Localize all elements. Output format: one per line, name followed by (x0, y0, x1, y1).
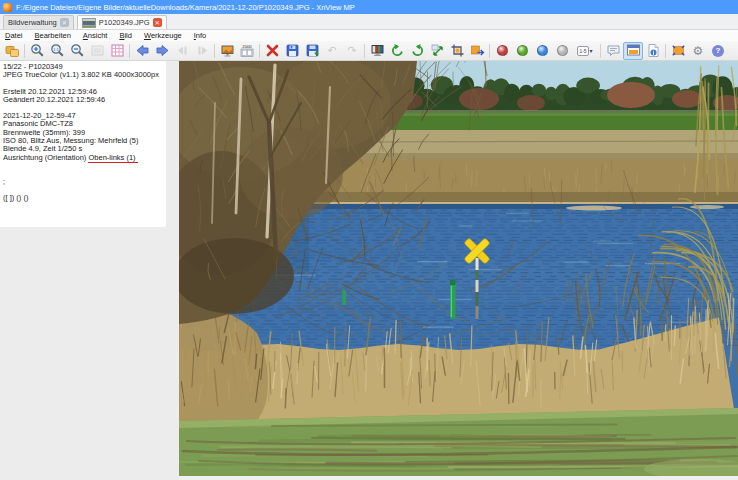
crop-button[interactable] (447, 42, 467, 60)
orientation-label: Ausrichtung (Orientation) (3, 153, 88, 162)
main-area: 15/22 - P1020349 JPEG TrueColor (v1.1) 3… (0, 61, 738, 480)
crop-icon (450, 43, 465, 58)
save-as-icon (305, 43, 320, 58)
window-title: F:/Eigene Dateien/Eigene Bilder/aktuelle… (16, 3, 355, 12)
slideshow-button[interactable] (217, 42, 237, 60)
resize-icon (430, 43, 445, 58)
help-button[interactable]: ? (708, 42, 728, 60)
rotate-left-icon (390, 43, 405, 58)
info-format: JPEG TrueColor (v1.1) 3.802 KB 4000x3000… (3, 71, 163, 79)
bottom-strip (179, 476, 738, 480)
toolbar-separator (24, 44, 25, 58)
first-icon (175, 43, 190, 58)
info-extra1: ; (3, 178, 163, 186)
svg-text:1:1: 1:1 (53, 47, 59, 52)
toolbar-separator (600, 44, 601, 58)
save-icon (285, 43, 300, 58)
previous-icon (135, 43, 150, 58)
toolbar-separator (129, 44, 130, 58)
label-none-button[interactable] (552, 42, 572, 60)
zoom-actual-button[interactable]: 1:1 (47, 42, 67, 60)
zoom-out-button[interactable] (67, 42, 87, 60)
zoom-out-icon (70, 43, 85, 58)
toolbar: 1:1 (0, 41, 738, 61)
label-red-button[interactable] (492, 42, 512, 60)
browser-icon (5, 43, 20, 58)
menu-datei[interactable]: Datei (5, 31, 23, 40)
fullscreen-button[interactable] (668, 42, 688, 60)
properties-button[interactable] (643, 42, 663, 60)
delete-button[interactable] (262, 42, 282, 60)
rating-dropdown[interactable]: 1-5 ▾ (572, 42, 598, 60)
convert-button[interactable] (467, 42, 487, 60)
tab-label: Bildverwaltung (8, 18, 57, 27)
svg-text:2000: 2000 (242, 44, 252, 49)
menu-bearbeiten[interactable]: Bearbeiten (35, 31, 71, 40)
last-image-button[interactable] (192, 42, 212, 60)
rating-icon: 1-5 (577, 46, 588, 56)
tab-label: P1020349.JPG (99, 18, 150, 27)
zoom-actual-icon: 1:1 (50, 43, 65, 58)
zoom-in-button[interactable] (27, 42, 47, 60)
menu-ansicht[interactable]: Ansicht (83, 31, 108, 40)
tab-close-icon[interactable]: ✕ (153, 18, 162, 27)
redo-button[interactable]: ↷ (342, 42, 362, 60)
comment-button[interactable] (603, 42, 623, 60)
image-viewer-column (179, 61, 738, 480)
grid-button[interactable] (107, 42, 127, 60)
toolbar-separator (364, 44, 365, 58)
label-red-icon (497, 45, 508, 56)
last-icon (195, 43, 210, 58)
photo-viewer[interactable] (179, 61, 738, 476)
menu-info[interactable]: Info (194, 31, 207, 40)
xnview-app-icon (3, 3, 12, 12)
settings-button[interactable]: ⚙ (688, 42, 708, 60)
undo-button[interactable]: ↶ (322, 42, 342, 60)
info-modified: Geändert 20.12.2021 12:59:46 (3, 96, 163, 104)
resize-button[interactable] (427, 42, 447, 60)
tab-bildverwaltung[interactable]: Bildverwaltung ✕ (3, 15, 74, 29)
zoom-fit-button[interactable] (87, 42, 107, 60)
browser-button[interactable] (2, 42, 22, 60)
info-panel-icon (626, 43, 641, 58)
delete-icon (265, 43, 280, 58)
toolbar-separator (489, 44, 490, 58)
tab-thumbnail (82, 18, 96, 28)
filmstrip-delay-icon: 2000 (239, 43, 255, 58)
tab-image-p1020349[interactable]: P1020349.JPG ✕ (77, 15, 167, 29)
info-panel-toggle-button[interactable] (623, 42, 643, 60)
first-image-button[interactable] (172, 42, 192, 60)
zoom-fit-icon (90, 43, 105, 58)
rotate-right-button[interactable] (407, 42, 427, 60)
label-green-icon (517, 45, 528, 56)
previous-button[interactable] (132, 42, 152, 60)
title-bar: F:/Eigene Dateien/Eigene Bilder/aktuelle… (0, 0, 738, 14)
info-orientation: Ausrichtung (Orientation) Oben-links (1) (3, 154, 163, 162)
save-button[interactable] (282, 42, 302, 60)
orientation-annotation: Oben-links (1) (88, 153, 137, 163)
menu-bild[interactable]: Bild (119, 31, 132, 40)
label-blue-button[interactable] (532, 42, 552, 60)
tab-close-icon[interactable]: ✕ (60, 18, 69, 27)
next-button[interactable] (152, 42, 172, 60)
image-info-text: 15/22 - P1020349 JPEG TrueColor (v1.1) 3… (0, 61, 166, 227)
display-adjust-icon (370, 43, 385, 58)
toolbar-separator (214, 44, 215, 58)
rotate-left-button[interactable] (387, 42, 407, 60)
properties-icon (646, 43, 661, 58)
menu-werkzeuge[interactable]: Werkzeuge (144, 31, 182, 40)
info-panel: 15/22 - P1020349 JPEG TrueColor (v1.1) 3… (0, 61, 179, 480)
zoom-in-icon (30, 43, 45, 58)
spacer (3, 170, 163, 178)
slideshow-delay-button[interactable]: 2000 (237, 42, 257, 60)
info-extra2: ([ ]) () () (3, 194, 163, 202)
display-adjust-button[interactable] (367, 42, 387, 60)
toolbar-separator (665, 44, 666, 58)
rotate-right-icon (410, 43, 425, 58)
convert-icon (470, 43, 485, 58)
help-icon: ? (712, 45, 724, 57)
save-as-button[interactable] (302, 42, 322, 60)
toolbar-separator (259, 44, 260, 58)
comment-icon (606, 43, 621, 58)
label-green-button[interactable] (512, 42, 532, 60)
